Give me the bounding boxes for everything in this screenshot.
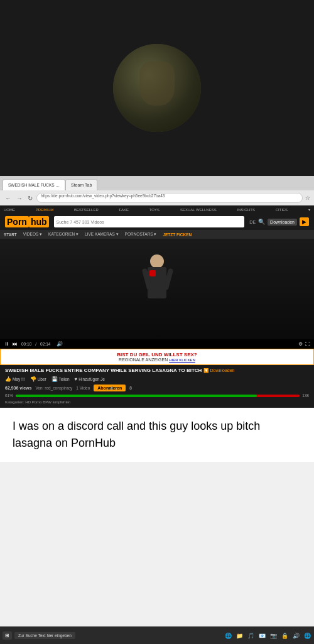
thumbsdown-icon: 👎 bbox=[30, 376, 36, 382]
ph-nav-jetzt[interactable]: JETZT FICKEN bbox=[163, 232, 192, 237]
heart-icon: ♥ bbox=[75, 376, 78, 382]
save-icon: 💾 bbox=[51, 376, 58, 382]
taskbar-icon-camera[interactable]: 📷 bbox=[269, 631, 278, 640]
ph-header-actions: DE 🔍 Downloaden ▶ bbox=[249, 217, 309, 226]
ph-video-title: SWEDISH MALE FUCKS ENTIRE COMPANY WHILE … bbox=[5, 368, 309, 374]
ph-search-icon[interactable]: 🔍 bbox=[258, 219, 265, 225]
browser-address-input[interactable]: https://de.pornhub.com/view_video.php?vi… bbox=[36, 193, 303, 203]
ph-categories-row: Kategorien: HD Porno BPW Empfehlen bbox=[5, 400, 309, 404]
ph-video-info: SWEDISH MALE FUCKS ENTIRE COMPANY WHILE … bbox=[0, 365, 314, 408]
browser-chrome: SWEDISH MALE FUCKS ENTIRE COMPANY WHILE … bbox=[0, 176, 314, 205]
browser-forward-button[interactable]: → bbox=[15, 195, 24, 202]
ph-top-nav: HOME PREMIUM BESTSELLER FAKE TOYS SEXUAL… bbox=[0, 205, 314, 214]
ph-thumbsdown-btn[interactable]: 👎 Uber bbox=[30, 376, 46, 382]
volume-icon[interactable]: 🔊 bbox=[57, 341, 63, 347]
ph-rating-right: 138 bbox=[302, 393, 309, 398]
ph-player-controls: ⏸ ⏭ 00:10 / 02:14 🔊 ⚙ ⛶ bbox=[0, 339, 314, 349]
ph-search-bar[interactable] bbox=[54, 216, 245, 227]
taskbar-system-icons: 🌐 📁 🎵 📧 📷 🔒 🔊 🌐 bbox=[224, 631, 311, 640]
taskbar: ⊞ Zur Suche Text hier eingeben 🌐 📁 🎵 📧 📷… bbox=[0, 626, 314, 644]
ph-subscribe-button[interactable]: Abonnieren bbox=[94, 385, 126, 391]
taskbar-icon-folder[interactable]: 📁 bbox=[235, 631, 244, 640]
ph-nav-toys[interactable]: TOYS bbox=[149, 208, 160, 212]
total-time: 02:14 bbox=[40, 342, 50, 346]
time-separator: / bbox=[35, 342, 36, 346]
browser-bookmark-icon[interactable]: ☆ bbox=[305, 195, 310, 201]
ph-premium-btn[interactable]: ▶ bbox=[300, 217, 309, 226]
ph-nav-wellness[interactable]: SEXUAL WELLNESS bbox=[180, 208, 217, 212]
ph-video-player[interactable] bbox=[0, 239, 314, 339]
ph-rating-bg bbox=[16, 395, 300, 397]
ph-download-action[interactable]: 🔽 Downloaden bbox=[203, 368, 235, 373]
fullscreen-icon[interactable]: ⛶ bbox=[305, 341, 310, 347]
ph-nav-bestseller[interactable]: BESTSELLER bbox=[74, 208, 99, 212]
browser-tab-2[interactable]: Steam Tab bbox=[65, 179, 97, 190]
player-right-controls: ⚙ ⛶ bbox=[298, 341, 310, 347]
top-video-area bbox=[0, 0, 314, 176]
ph-ad-banner[interactable]: BIST DU GEIL UND WILLST SEX? REGIONALE A… bbox=[0, 349, 314, 365]
ph-download-btn[interactable]: Downloaden bbox=[268, 219, 297, 226]
current-time: 00:10 bbox=[21, 342, 31, 346]
ph-thumbsup-btn[interactable]: 👍 May !!! bbox=[5, 376, 25, 382]
vf-head bbox=[150, 254, 164, 268]
ph-view-count: 62,936 views bbox=[5, 386, 31, 390]
taskbar-icon-security[interactable]: 🔒 bbox=[280, 631, 289, 640]
ph-stats-row: 62,936 views Von: red_conspiracy 1 Video… bbox=[5, 385, 309, 391]
ad-subtitle: REGIONALE ANZEIGEN HIER KLICKEN bbox=[6, 357, 308, 362]
ph-video-count: 1 Video bbox=[76, 386, 90, 390]
ad-link[interactable]: HIER KLICKEN bbox=[169, 358, 195, 362]
taskbar-icon-media[interactable]: 🎵 bbox=[246, 631, 255, 640]
circular-video-thumbnail bbox=[113, 44, 201, 132]
ph-nav-home[interactable]: HOME bbox=[4, 208, 15, 212]
browser-tabs: SWEDISH MALE FUCKS ENTIRE COMPANY WHILE … bbox=[0, 177, 314, 190]
ph-nav-live[interactable]: LIVE KAMERAS ▾ bbox=[85, 232, 119, 237]
ph-favorite-btn[interactable]: ♥ Hinzufügen Je bbox=[75, 376, 105, 382]
ph-nav-fake[interactable]: FAKE bbox=[119, 208, 129, 212]
ph-nav-premium[interactable]: PREMIUM bbox=[36, 208, 53, 212]
taskbar-start-button[interactable]: ⊞ bbox=[3, 631, 12, 640]
ph-vod-info: Von: red_conspiracy bbox=[35, 386, 72, 390]
ph-rating-fill bbox=[16, 395, 257, 397]
ph-categories-label: Kategorien: HD Porno BPW Empfehlen bbox=[5, 400, 70, 404]
browser-address-bar: ← → ↻ https://de.pornhub.com/view_video.… bbox=[0, 190, 314, 205]
browser-back-button[interactable]: ← bbox=[4, 195, 13, 202]
ph-rating-left: 61% bbox=[5, 393, 13, 398]
ph-nav-bar: START VIDEOS ▾ KATEGORIEN ▾ LIVE KAMERAS… bbox=[0, 230, 314, 239]
caption-area: I was on a discord call and this guy loo… bbox=[0, 408, 314, 462]
taskbar-icon-browser[interactable]: 🌐 bbox=[224, 631, 232, 640]
ph-video-actions: 👍 May !!! 👎 Uber 💾 Teilen ♥ Hinzufügen J… bbox=[5, 376, 309, 382]
ph-subscriber-count: 8 bbox=[129, 386, 132, 390]
ad-title: BIST DU GEIL UND WILLST SEX? bbox=[6, 352, 308, 357]
ph-header: Pornhub DE 🔍 Downloaden ▶ bbox=[0, 214, 314, 230]
ph-nav-kategorien[interactable]: KATEGORIEN ▾ bbox=[48, 232, 78, 237]
thumbsup-icon: 👍 bbox=[5, 376, 11, 382]
ph-save-btn[interactable]: 💾 Teilen bbox=[51, 376, 70, 382]
ph-nav-more[interactable]: ▾ bbox=[308, 207, 310, 212]
next-button[interactable]: ⏭ bbox=[13, 341, 18, 347]
ph-nav-insights[interactable]: INSIGHTS bbox=[237, 208, 255, 212]
taskbar-icon-mail[interactable]: 📧 bbox=[257, 631, 266, 640]
ph-lang-btn[interactable]: DE bbox=[249, 220, 256, 224]
video-figure bbox=[138, 254, 176, 330]
taskbar-icon-network[interactable]: 🌐 bbox=[303, 631, 311, 640]
taskbar-icon-volume[interactable]: 🔊 bbox=[291, 631, 300, 640]
play-pause-button[interactable]: ⏸ bbox=[4, 341, 9, 347]
browser-tab-active[interactable]: SWEDISH MALE FUCKS ENTIRE COMPANY WHILE … bbox=[3, 179, 65, 190]
ph-rating-bar: 61% 138 bbox=[5, 393, 309, 398]
pornhub-site: HOME PREMIUM BESTSELLER FAKE TOYS SEXUAL… bbox=[0, 205, 314, 408]
settings-icon[interactable]: ⚙ bbox=[298, 341, 303, 347]
ph-nav-cities[interactable]: CITIES bbox=[276, 208, 288, 212]
ph-nav-start[interactable]: START bbox=[4, 232, 17, 237]
browser-refresh-button[interactable]: ↻ bbox=[26, 195, 34, 202]
ph-search-input[interactable] bbox=[57, 220, 242, 224]
ph-nav-videos[interactable]: VIDEOS ▾ bbox=[23, 232, 42, 237]
taskbar-search-bar[interactable]: Zur Suche Text hier eingeben bbox=[14, 632, 75, 639]
caption-text: I was on a discord call and this guy loo… bbox=[13, 420, 260, 449]
ph-nav-pornostars[interactable]: PORNOSTARS ▾ bbox=[125, 232, 157, 237]
ph-video-content bbox=[0, 239, 314, 339]
ph-logo[interactable]: Pornhub bbox=[5, 217, 49, 227]
